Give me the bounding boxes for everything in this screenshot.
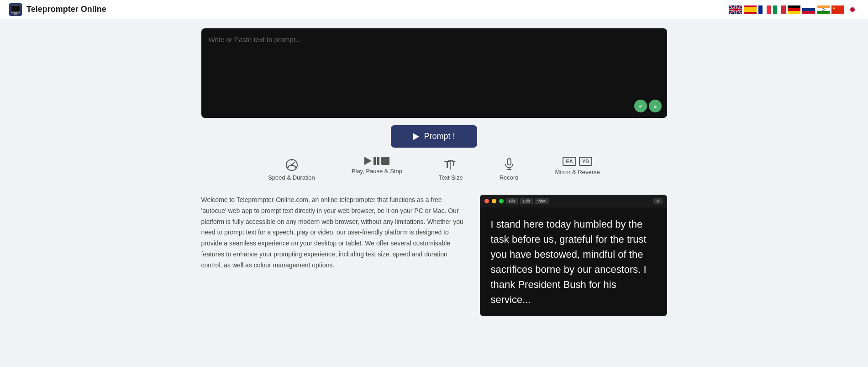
preview-top-bar: File Edit View ⚙ [480,195,667,207]
preview-dot-yellow [492,199,496,203]
speed-duration-icons [284,157,299,171]
mirror-yb-box: YB [579,157,592,166]
svg-rect-15 [744,7,757,12]
play-pause-stop-icons [364,157,389,165]
svg-text:T: T [452,160,456,167]
play-pause-stop-control[interactable]: Play, Pause & Stop [352,157,402,175]
in-flag[interactable] [817,5,830,14]
preview-toolbar-file: File [506,198,519,204]
header-left: Teleprompter Online [9,3,106,16]
play-pause-stop-label: Play, Pause & Stop [352,168,402,175]
jp-flag[interactable] [846,5,859,14]
svg-rect-27 [802,11,815,14]
preview-toolbar-view: View [535,198,549,204]
controls-row: Speed & Duration Play, Pause & Stop T T [268,157,600,181]
preview-toolbar-edit: Edit [520,198,533,204]
prompt-textarea[interactable] [209,36,660,109]
play-icon [364,157,372,165]
svg-rect-28 [817,5,830,8]
prompt-textarea-wrapper: G [201,28,667,118]
svg-point-35 [850,7,855,12]
svg-rect-4 [14,13,17,15]
preview-dot-green [499,199,504,203]
speed-duration-control[interactable]: Speed & Duration [268,157,315,181]
preview-dot-red [484,199,489,203]
es-flag[interactable] [744,5,757,14]
language-flags [729,5,859,14]
svg-rect-32 [831,5,844,14]
svg-rect-30 [817,11,830,14]
mirror-reverse-icons: EA YB [563,157,592,166]
svg-point-36 [638,103,643,109]
record-label: Record [500,174,519,181]
mirror-ea-box: EA [563,157,576,166]
mic-icon [502,157,516,171]
pause-icon [374,157,379,165]
svg-point-41 [291,164,293,166]
header: Teleprompter Online [0,0,868,19]
svg-rect-24 [788,11,800,14]
grammarly-g-icon: G [652,103,658,109]
stop-icon [381,157,389,165]
prompt-button-label: Prompt ! [424,132,455,141]
speed-duration-label: Speed & Duration [268,174,315,181]
grammarly-check-icon [637,103,644,109]
svg-rect-18 [758,5,763,14]
grammarly-icons: G [634,100,662,112]
svg-rect-21 [773,5,777,14]
app-title: Teleprompter Online [26,5,106,14]
grammarly-check-button[interactable] [634,100,647,112]
svg-rect-49 [507,159,511,165]
play-triangle-icon [413,133,419,140]
uk-flag[interactable] [729,5,742,14]
preview-window: File Edit View ⚙ I stand here today humb… [480,195,667,316]
it-flag[interactable] [773,5,786,14]
prompt-button[interactable]: Prompt ! [391,125,477,148]
de-flag[interactable] [788,5,800,14]
preview-toolbar: File Edit View ⚙ [506,198,663,204]
prompt-button-wrapper: Prompt ! [391,125,477,148]
text-size-control[interactable]: T T Text Size [439,157,463,181]
svg-text:G: G [654,105,657,109]
record-icons [502,157,516,171]
preview-content: I stand here today humbled by the task b… [480,207,667,316]
mirror-reverse-control[interactable]: EA YB Mirror & Reverse [555,157,600,176]
mirror-reverse-label: Mirror & Reverse [555,169,600,176]
svg-rect-1 [11,5,20,12]
text-size-icons: T T [443,157,458,171]
description-text: Welcome to Teleprompter-Online.com, an o… [201,195,466,316]
main-content: G Prompt ! [0,19,868,325]
speedometer-icon [284,157,299,171]
fr-flag[interactable] [758,5,771,14]
svg-rect-25 [802,5,815,8]
ru-flag[interactable] [802,5,815,14]
logo-icon [9,3,22,16]
svg-rect-23 [788,8,800,11]
preview-toolbar-settings: ⚙ [653,198,663,204]
svg-rect-22 [788,5,800,8]
lower-section: Welcome to Teleprompter-Online.com, an o… [201,195,667,316]
text-size-label: Text Size [439,174,463,181]
grammarly-g-button[interactable]: G [649,100,662,112]
record-control[interactable]: Record [500,157,519,181]
text-size-icon: T T [443,157,458,171]
svg-rect-26 [802,8,815,11]
cn-flag[interactable] [831,5,844,14]
